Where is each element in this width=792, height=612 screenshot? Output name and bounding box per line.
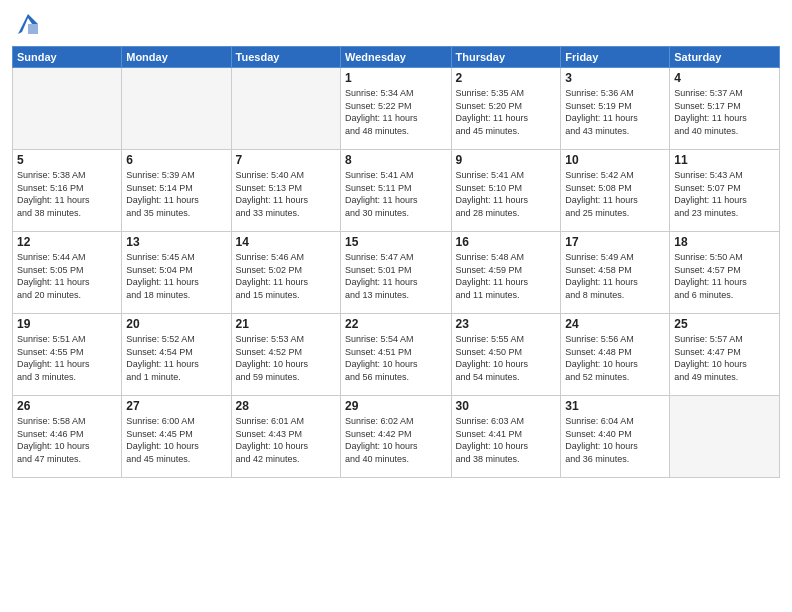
day-number: 30 [456,399,557,413]
weekday-header-sunday: Sunday [13,47,122,68]
day-info: Sunrise: 5:56 AM Sunset: 4:48 PM Dayligh… [565,333,665,383]
calendar-cell [13,68,122,150]
day-number: 2 [456,71,557,85]
day-number: 13 [126,235,226,249]
day-number: 8 [345,153,446,167]
day-info: Sunrise: 5:55 AM Sunset: 4:50 PM Dayligh… [456,333,557,383]
weekday-header-tuesday: Tuesday [231,47,340,68]
day-number: 22 [345,317,446,331]
weekday-header-thursday: Thursday [451,47,561,68]
calendar-cell: 17Sunrise: 5:49 AM Sunset: 4:58 PM Dayli… [561,232,670,314]
logo-icon [14,10,42,38]
week-row-3: 12Sunrise: 5:44 AM Sunset: 5:05 PM Dayli… [13,232,780,314]
day-info: Sunrise: 5:53 AM Sunset: 4:52 PM Dayligh… [236,333,336,383]
day-info: Sunrise: 5:37 AM Sunset: 5:17 PM Dayligh… [674,87,775,137]
week-row-1: 1Sunrise: 5:34 AM Sunset: 5:22 PM Daylig… [13,68,780,150]
day-info: Sunrise: 6:04 AM Sunset: 4:40 PM Dayligh… [565,415,665,465]
day-info: Sunrise: 5:57 AM Sunset: 4:47 PM Dayligh… [674,333,775,383]
calendar-cell: 7Sunrise: 5:40 AM Sunset: 5:13 PM Daylig… [231,150,340,232]
page-container: SundayMondayTuesdayWednesdayThursdayFrid… [0,0,792,486]
day-info: Sunrise: 5:58 AM Sunset: 4:46 PM Dayligh… [17,415,117,465]
day-info: Sunrise: 6:01 AM Sunset: 4:43 PM Dayligh… [236,415,336,465]
calendar-cell: 3Sunrise: 5:36 AM Sunset: 5:19 PM Daylig… [561,68,670,150]
day-info: Sunrise: 5:39 AM Sunset: 5:14 PM Dayligh… [126,169,226,219]
calendar-cell: 21Sunrise: 5:53 AM Sunset: 4:52 PM Dayli… [231,314,340,396]
day-number: 24 [565,317,665,331]
weekday-header-row: SundayMondayTuesdayWednesdayThursdayFrid… [13,47,780,68]
calendar-cell: 13Sunrise: 5:45 AM Sunset: 5:04 PM Dayli… [122,232,231,314]
header [12,10,780,38]
week-row-4: 19Sunrise: 5:51 AM Sunset: 4:55 PM Dayli… [13,314,780,396]
day-number: 31 [565,399,665,413]
weekday-header-saturday: Saturday [670,47,780,68]
calendar-cell: 11Sunrise: 5:43 AM Sunset: 5:07 PM Dayli… [670,150,780,232]
calendar-cell: 24Sunrise: 5:56 AM Sunset: 4:48 PM Dayli… [561,314,670,396]
day-number: 23 [456,317,557,331]
day-number: 12 [17,235,117,249]
day-info: Sunrise: 5:52 AM Sunset: 4:54 PM Dayligh… [126,333,226,383]
calendar-cell: 19Sunrise: 5:51 AM Sunset: 4:55 PM Dayli… [13,314,122,396]
day-number: 26 [17,399,117,413]
day-info: Sunrise: 6:03 AM Sunset: 4:41 PM Dayligh… [456,415,557,465]
calendar-cell: 8Sunrise: 5:41 AM Sunset: 5:11 PM Daylig… [341,150,451,232]
day-info: Sunrise: 5:34 AM Sunset: 5:22 PM Dayligh… [345,87,446,137]
calendar-cell [122,68,231,150]
day-number: 10 [565,153,665,167]
day-number: 3 [565,71,665,85]
day-number: 4 [674,71,775,85]
day-number: 27 [126,399,226,413]
day-info: Sunrise: 5:41 AM Sunset: 5:11 PM Dayligh… [345,169,446,219]
calendar-cell: 20Sunrise: 5:52 AM Sunset: 4:54 PM Dayli… [122,314,231,396]
calendar-cell: 6Sunrise: 5:39 AM Sunset: 5:14 PM Daylig… [122,150,231,232]
day-number: 7 [236,153,336,167]
calendar-cell: 2Sunrise: 5:35 AM Sunset: 5:20 PM Daylig… [451,68,561,150]
calendar-cell: 14Sunrise: 5:46 AM Sunset: 5:02 PM Dayli… [231,232,340,314]
weekday-header-monday: Monday [122,47,231,68]
calendar-cell: 1Sunrise: 5:34 AM Sunset: 5:22 PM Daylig… [341,68,451,150]
week-row-2: 5Sunrise: 5:38 AM Sunset: 5:16 PM Daylig… [13,150,780,232]
day-info: Sunrise: 5:35 AM Sunset: 5:20 PM Dayligh… [456,87,557,137]
weekday-header-wednesday: Wednesday [341,47,451,68]
calendar-cell: 15Sunrise: 5:47 AM Sunset: 5:01 PM Dayli… [341,232,451,314]
calendar-cell: 12Sunrise: 5:44 AM Sunset: 5:05 PM Dayli… [13,232,122,314]
day-info: Sunrise: 5:44 AM Sunset: 5:05 PM Dayligh… [17,251,117,301]
day-number: 29 [345,399,446,413]
day-number: 20 [126,317,226,331]
calendar-cell: 10Sunrise: 5:42 AM Sunset: 5:08 PM Dayli… [561,150,670,232]
day-info: Sunrise: 5:38 AM Sunset: 5:16 PM Dayligh… [17,169,117,219]
logo [12,10,42,38]
day-number: 25 [674,317,775,331]
calendar-cell: 25Sunrise: 5:57 AM Sunset: 4:47 PM Dayli… [670,314,780,396]
day-info: Sunrise: 5:42 AM Sunset: 5:08 PM Dayligh… [565,169,665,219]
day-number: 28 [236,399,336,413]
calendar-cell: 18Sunrise: 5:50 AM Sunset: 4:57 PM Dayli… [670,232,780,314]
calendar-cell: 27Sunrise: 6:00 AM Sunset: 4:45 PM Dayli… [122,396,231,478]
calendar-cell: 16Sunrise: 5:48 AM Sunset: 4:59 PM Dayli… [451,232,561,314]
day-number: 16 [456,235,557,249]
day-info: Sunrise: 5:49 AM Sunset: 4:58 PM Dayligh… [565,251,665,301]
calendar-cell: 28Sunrise: 6:01 AM Sunset: 4:43 PM Dayli… [231,396,340,478]
week-row-5: 26Sunrise: 5:58 AM Sunset: 4:46 PM Dayli… [13,396,780,478]
calendar-cell [231,68,340,150]
weekday-header-friday: Friday [561,47,670,68]
day-info: Sunrise: 5:54 AM Sunset: 4:51 PM Dayligh… [345,333,446,383]
day-number: 17 [565,235,665,249]
calendar-cell: 5Sunrise: 5:38 AM Sunset: 5:16 PM Daylig… [13,150,122,232]
day-info: Sunrise: 5:51 AM Sunset: 4:55 PM Dayligh… [17,333,117,383]
day-info: Sunrise: 5:36 AM Sunset: 5:19 PM Dayligh… [565,87,665,137]
day-number: 9 [456,153,557,167]
calendar-cell: 30Sunrise: 6:03 AM Sunset: 4:41 PM Dayli… [451,396,561,478]
day-number: 19 [17,317,117,331]
calendar-cell [670,396,780,478]
calendar-cell: 26Sunrise: 5:58 AM Sunset: 4:46 PM Dayli… [13,396,122,478]
day-number: 21 [236,317,336,331]
day-info: Sunrise: 6:00 AM Sunset: 4:45 PM Dayligh… [126,415,226,465]
day-number: 11 [674,153,775,167]
calendar-cell: 31Sunrise: 6:04 AM Sunset: 4:40 PM Dayli… [561,396,670,478]
svg-marker-1 [28,24,38,34]
calendar-table: SundayMondayTuesdayWednesdayThursdayFrid… [12,46,780,478]
calendar-cell: 4Sunrise: 5:37 AM Sunset: 5:17 PM Daylig… [670,68,780,150]
day-info: Sunrise: 5:48 AM Sunset: 4:59 PM Dayligh… [456,251,557,301]
day-number: 6 [126,153,226,167]
day-info: Sunrise: 5:43 AM Sunset: 5:07 PM Dayligh… [674,169,775,219]
